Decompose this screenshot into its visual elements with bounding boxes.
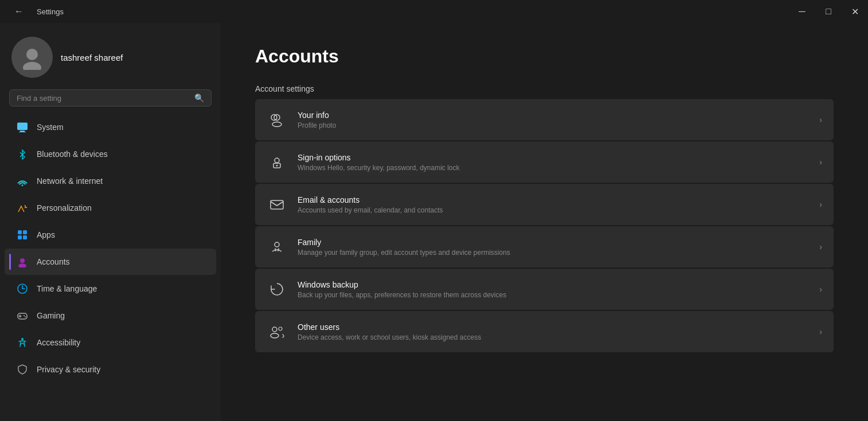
search-input[interactable] (17, 94, 190, 103)
sidebar-item-accounts[interactable]: Accounts (5, 249, 216, 275)
your-info-desc: Profile photo (298, 121, 809, 129)
sign-in-chevron: › (819, 158, 822, 167)
sign-in-title: Sign-in options (298, 153, 809, 162)
your-info-text: Your info Profile photo (298, 111, 809, 129)
svg-point-19 (272, 122, 281, 127)
titlebar: ← Settings ─ □ ✕ (0, 0, 868, 23)
svg-point-1 (23, 62, 41, 70)
user-profile[interactable]: tashreef shareef (0, 23, 221, 89)
settings-item-backup[interactable]: Windows backup Back up your files, apps,… (255, 269, 834, 310)
svg-rect-7 (23, 230, 27, 234)
titlebar-controls: ─ □ ✕ (789, 0, 868, 23)
family-icon (267, 237, 287, 257)
sidebar-item-label-time: Time & language (37, 284, 97, 293)
avatar-icon (19, 45, 45, 70)
accounts-icon (16, 255, 29, 268)
sidebar-item-privacy[interactable]: Privacy & security (5, 356, 216, 383)
family-title: Family (298, 238, 809, 247)
family-desc: Manage your family group, edit account t… (298, 249, 809, 257)
sidebar-item-label-privacy: Privacy & security (37, 365, 100, 374)
svg-point-5 (22, 184, 24, 186)
minimize-button[interactable]: ─ (789, 0, 815, 23)
titlebar-left: ← Settings (6, 0, 64, 23)
sidebar-item-apps[interactable]: Apps (5, 222, 216, 248)
backup-icon (267, 279, 287, 300)
avatar (11, 37, 53, 78)
titlebar-title: Settings (37, 7, 64, 16)
backup-title: Windows backup (298, 280, 809, 289)
sidebar-item-network[interactable]: Network & internet (5, 168, 216, 194)
settings-item-your-info[interactable]: Your info Profile photo › (255, 99, 834, 140)
svg-rect-6 (18, 230, 22, 234)
svg-point-27 (279, 327, 282, 330)
svg-rect-3 (20, 131, 25, 132)
backup-text: Windows backup Back up your files, apps,… (298, 280, 809, 299)
sidebar-item-label-network: Network & internet (37, 176, 103, 186)
svg-point-16 (21, 338, 24, 340)
main-content: Accounts Account settings Your info Prof… (221, 23, 868, 421)
search-box[interactable]: 🔍 (9, 89, 212, 107)
svg-point-22 (276, 165, 278, 167)
time-icon (16, 282, 29, 295)
network-icon (16, 175, 29, 187)
other-users-text: Other users Device access, work or schoo… (298, 322, 809, 341)
privacy-icon (16, 363, 29, 376)
svg-rect-9 (23, 235, 27, 239)
svg-point-14 (24, 315, 25, 316)
app-body: tashreef shareef 🔍 System B (0, 23, 868, 421)
sidebar-item-label-gaming: Gaming (37, 311, 65, 320)
sign-in-text: Sign-in options Windows Hello, security … (298, 153, 809, 172)
svg-point-24 (275, 242, 279, 247)
back-button[interactable]: ← (6, 0, 32, 23)
svg-point-15 (25, 316, 26, 317)
svg-rect-2 (17, 123, 28, 130)
backup-desc: Back up your files, apps, preferences to… (298, 291, 809, 299)
svg-point-25 (272, 327, 277, 332)
settings-item-sign-in[interactable]: Sign-in options Windows Hello, security … (255, 141, 834, 183)
page-title: Accounts (255, 46, 834, 67)
search-container: 🔍 (0, 89, 221, 113)
accessibility-icon (16, 336, 29, 349)
backup-chevron: › (819, 285, 822, 294)
sidebar-item-time[interactable]: Time & language (5, 276, 216, 302)
your-info-chevron: › (819, 115, 822, 124)
svg-rect-23 (271, 200, 283, 209)
settings-item-email[interactable]: Email & accounts Accounts used by email,… (255, 184, 834, 225)
maximize-button[interactable]: □ (815, 0, 842, 23)
email-text: Email & accounts Accounts used by email,… (298, 195, 809, 214)
nav-list: System Bluetooth & devices Network (0, 113, 221, 383)
svg-point-26 (271, 333, 279, 338)
personalization-icon (16, 202, 29, 214)
sidebar-item-label-apps: Apps (37, 230, 55, 239)
settings-item-other-users[interactable]: Other users Device access, work or schoo… (255, 311, 834, 352)
search-icon: 🔍 (194, 93, 204, 103)
close-button[interactable]: ✕ (842, 0, 868, 23)
email-desc: Accounts used by email, calendar, and co… (298, 206, 809, 214)
your-info-title: Your info (298, 111, 809, 120)
svg-point-20 (275, 158, 279, 163)
email-icon (267, 194, 287, 215)
section-title: Account settings (255, 84, 834, 93)
sidebar-item-accessibility[interactable]: Accessibility (5, 329, 216, 356)
settings-item-family[interactable]: Family Manage your family group, edit ac… (255, 226, 834, 267)
your-info-icon (267, 109, 287, 130)
sidebar: tashreef shareef 🔍 System B (0, 23, 221, 421)
sign-in-desc: Windows Hello, security key, password, d… (298, 164, 809, 172)
sidebar-item-label-accessibility: Accessibility (37, 338, 80, 347)
svg-rect-8 (18, 235, 22, 239)
other-users-desc: Device access, work or school users, kio… (298, 333, 809, 341)
settings-list: Your info Profile photo › Sign-in option… (255, 99, 834, 352)
sidebar-item-gaming[interactable]: Gaming (5, 302, 216, 329)
svg-point-10 (20, 258, 25, 263)
sidebar-item-label-accounts: Accounts (37, 257, 70, 266)
family-text: Family Manage your family group, edit ac… (298, 238, 809, 257)
other-users-title: Other users (298, 322, 809, 332)
gaming-icon (16, 309, 29, 322)
sidebar-item-personalization[interactable]: Personalization (5, 195, 216, 221)
svg-point-11 (18, 263, 26, 267)
system-icon (16, 121, 29, 133)
sidebar-item-system[interactable]: System (5, 114, 216, 140)
other-users-icon (267, 321, 287, 342)
sidebar-item-label-system: System (37, 123, 64, 132)
sidebar-item-bluetooth[interactable]: Bluetooth & devices (5, 141, 216, 167)
